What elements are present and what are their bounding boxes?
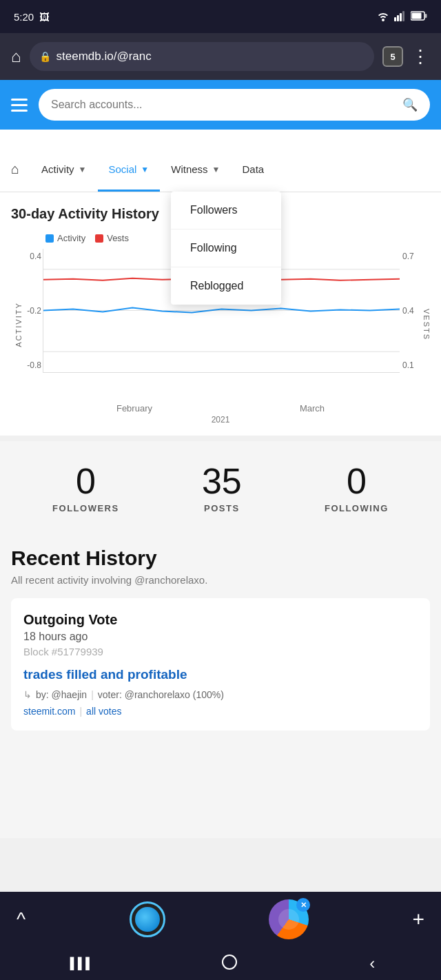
bottom-nav: ^ ✕ +: [0, 892, 441, 947]
social-dropdown: Followers Following Reblogged: [171, 192, 281, 305]
vote-link-sep: |: [79, 706, 82, 717]
bottom-nav-badge: ✕: [296, 898, 310, 912]
system-nav-home[interactable]: [221, 954, 238, 973]
recent-history-section: Recent History All recent activity invol…: [0, 530, 441, 750]
stats-section: 0 FOLLOWERS 35 POSTS 0 FOLLOWING: [0, 441, 441, 530]
hamburger-menu[interactable]: [11, 99, 28, 112]
tab-data-label: Data: [242, 163, 264, 175]
browser-url-bar[interactable]: 🔒 steemdb.io/@ranc: [30, 42, 375, 71]
legend-activity-label: Activity: [45, 233, 85, 243]
stat-following-count: 0: [325, 463, 389, 499]
browser-tab-count[interactable]: 5: [382, 46, 403, 67]
search-input[interactable]: [51, 99, 396, 111]
y-axis-activity-label: ACTIVITY: [14, 302, 23, 347]
vote-meta-sep1: |: [91, 689, 94, 700]
stat-posts-label: POSTS: [202, 503, 242, 513]
svg-point-10: [223, 955, 236, 969]
system-nav: ▐▐▐ ‹: [0, 947, 441, 980]
vote-link-votes[interactable]: all votes: [86, 706, 121, 717]
bottom-nav-app1[interactable]: [130, 901, 165, 937]
stat-following: 0 FOLLOWING: [325, 463, 389, 513]
stat-posts: 35 POSTS: [202, 463, 242, 513]
svg-rect-1: [397, 15, 399, 21]
y-right-label-1: 0.7: [402, 252, 414, 261]
system-nav-back[interactable]: ‹: [369, 954, 375, 973]
app-header: 🔍: [0, 80, 441, 130]
vote-card-post-title[interactable]: trades filled and profitable: [23, 667, 418, 682]
dropdown-reblogged[interactable]: Reblogged: [171, 267, 281, 305]
browser-home-icon[interactable]: ⌂: [11, 47, 21, 66]
browser-bar: ⌂ 🔒 steemdb.io/@ranc 5 ⋮: [0, 33, 441, 80]
dropdown-following[interactable]: Following: [171, 229, 281, 267]
white-gap: [0, 130, 441, 149]
dropdown-followers[interactable]: Followers: [171, 192, 281, 229]
svg-rect-6: [425, 14, 427, 18]
battery-icon: [411, 11, 427, 23]
bottom-nav-add[interactable]: +: [412, 908, 424, 931]
svg-rect-0: [394, 17, 396, 21]
svg-rect-3: [402, 11, 404, 21]
tab-witness[interactable]: Witness ▼: [160, 149, 231, 192]
tab-social[interactable]: Social ▼: [98, 149, 161, 192]
tab-data[interactable]: Data: [231, 149, 275, 192]
browser-menu-icon[interactable]: ⋮: [411, 46, 430, 68]
vote-card-block: Block #51779939: [23, 646, 418, 657]
search-icon[interactable]: 🔍: [402, 97, 418, 112]
chart-date: 2021: [11, 415, 430, 425]
search-bar[interactable]: 🔍: [39, 89, 430, 121]
chart-x-labels: February March: [43, 403, 398, 414]
nav-tabs-wrapper: ⌂ Activity ▼ Social ▼ Witness ▼ Data Fol…: [0, 149, 441, 192]
y-right-label-2: 0.4: [402, 306, 414, 316]
system-nav-recents[interactable]: ▐▐▐: [66, 957, 90, 970]
tab-social-chevron: ▼: [141, 165, 149, 174]
stat-followers: 0 FOLLOWERS: [52, 463, 119, 513]
y-axis-vests-label: VESTS: [422, 309, 431, 340]
vote-card-0: Outgoing Vote 18 hours ago Block #517799…: [11, 598, 430, 731]
stat-posts-count: 35: [202, 463, 242, 499]
stat-following-label: FOLLOWING: [325, 503, 389, 513]
browser-lock-icon: 🔒: [39, 51, 51, 62]
bottom-nav-up[interactable]: ^: [17, 908, 25, 930]
tab-activity-chevron: ▼: [79, 165, 87, 174]
browser-url-text: steemdb.io/@ranc: [57, 50, 152, 63]
y-left-label-1: 0.4: [30, 252, 41, 261]
tab-witness-label: Witness: [171, 163, 207, 175]
y-left-label-3: -0.8: [27, 360, 41, 370]
recent-history-title: Recent History: [11, 547, 430, 570]
stat-followers-label: FOLLOWERS: [52, 503, 119, 513]
legend-vests-label: Vests: [95, 233, 129, 243]
vote-link-steemit[interactable]: steemit.com: [23, 706, 75, 717]
vote-meta-arrow: ↳: [23, 689, 32, 700]
signal-icon: [394, 10, 407, 23]
tab-activity-label: Activity: [41, 163, 74, 175]
y-left-label-2: -0.2: [27, 306, 41, 316]
bottom-nav-app2-wrapper: ✕: [269, 899, 309, 939]
stat-followers-count: 0: [52, 463, 119, 499]
vote-meta-by: by: @haejin: [36, 689, 87, 700]
tab-home[interactable]: ⌂: [0, 149, 30, 192]
chart-title: 30-day Activity History: [11, 206, 159, 222]
x-label-march: March: [300, 403, 325, 414]
vote-card-time: 18 hours ago: [23, 631, 418, 643]
vote-card-meta: ↳ by: @haejin | voter: @ranchorelaxo (10…: [23, 689, 418, 700]
status-bar: 5:20 🖼: [0, 0, 441, 33]
photo-icon: 🖼: [39, 11, 50, 23]
svg-rect-5: [412, 12, 422, 19]
vote-card-links: steemit.com | all votes: [23, 706, 418, 717]
nav-tabs: ⌂ Activity ▼ Social ▼ Witness ▼ Data: [0, 149, 441, 192]
wifi-icon: [376, 10, 390, 23]
tab-social-label: Social: [109, 163, 137, 175]
tab-witness-chevron: ▼: [212, 165, 220, 174]
vote-meta-voter: voter: @ranchorelaxo (100%): [98, 689, 224, 700]
svg-rect-2: [400, 13, 402, 21]
y-right-label-3: 0.1: [402, 360, 414, 370]
recent-history-subtitle: All recent activity involving @ranchorel…: [11, 574, 430, 586]
status-time: 5:20: [14, 11, 34, 23]
vote-card-type: Outgoing Vote: [23, 612, 418, 628]
x-label-february: February: [116, 403, 152, 414]
tab-activity[interactable]: Activity ▼: [30, 149, 97, 192]
